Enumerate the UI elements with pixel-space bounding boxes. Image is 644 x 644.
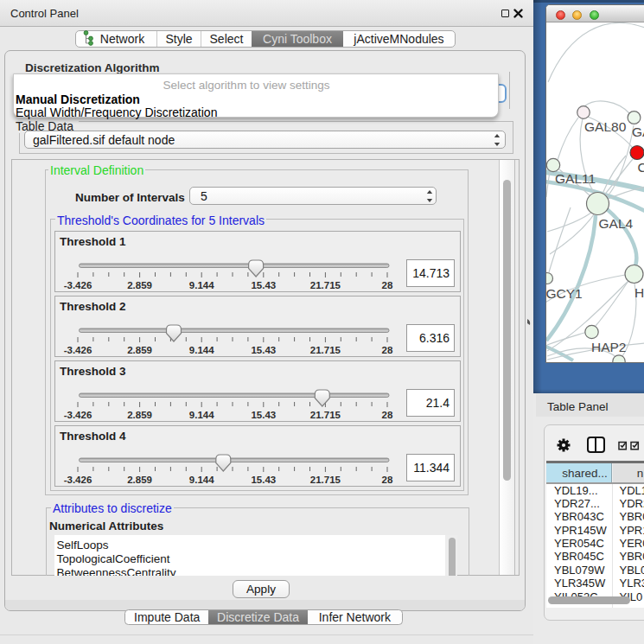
svg-text:GAL4: GAL4 bbox=[599, 216, 634, 231]
svg-text:2.859: 2.859 bbox=[127, 345, 152, 355]
svg-text:-3.426: -3.426 bbox=[64, 345, 92, 355]
svg-text:9.144: 9.144 bbox=[189, 410, 214, 420]
svg-text:GAL11: GAL11 bbox=[555, 171, 596, 186]
svg-text:9.144: 9.144 bbox=[189, 280, 214, 290]
svg-text:H: H bbox=[634, 285, 644, 300]
svg-text:21.715: 21.715 bbox=[310, 280, 341, 290]
svg-text:21.715: 21.715 bbox=[310, 410, 341, 420]
svg-text:28: 28 bbox=[382, 280, 393, 290]
svg-text:9.144: 9.144 bbox=[189, 345, 214, 355]
svg-text:HAP2: HAP2 bbox=[591, 340, 627, 354]
svg-text:GAL80: GAL80 bbox=[584, 119, 627, 134]
svg-text:2.859: 2.859 bbox=[127, 280, 152, 290]
svg-text:GA: GA bbox=[632, 124, 644, 139]
svg-text:GCY1: GCY1 bbox=[546, 286, 583, 301]
svg-text:15.43: 15.43 bbox=[251, 280, 276, 290]
svg-text:-3.426: -3.426 bbox=[64, 410, 92, 420]
svg-text:28: 28 bbox=[382, 475, 393, 485]
svg-text:15.43: 15.43 bbox=[251, 475, 276, 485]
svg-text:-3.426: -3.426 bbox=[64, 280, 92, 290]
svg-text:21.715: 21.715 bbox=[310, 345, 341, 355]
svg-text:2.859: 2.859 bbox=[127, 410, 152, 420]
svg-text:15.43: 15.43 bbox=[251, 345, 276, 355]
svg-text:C: C bbox=[638, 160, 644, 175]
svg-text:28: 28 bbox=[382, 345, 393, 355]
svg-text:28: 28 bbox=[382, 410, 393, 420]
svg-text:9.144: 9.144 bbox=[189, 475, 214, 485]
svg-text:15.43: 15.43 bbox=[251, 410, 276, 420]
svg-text:2.859: 2.859 bbox=[127, 475, 152, 485]
svg-text:-3.426: -3.426 bbox=[64, 475, 92, 485]
svg-text:21.715: 21.715 bbox=[310, 475, 341, 485]
